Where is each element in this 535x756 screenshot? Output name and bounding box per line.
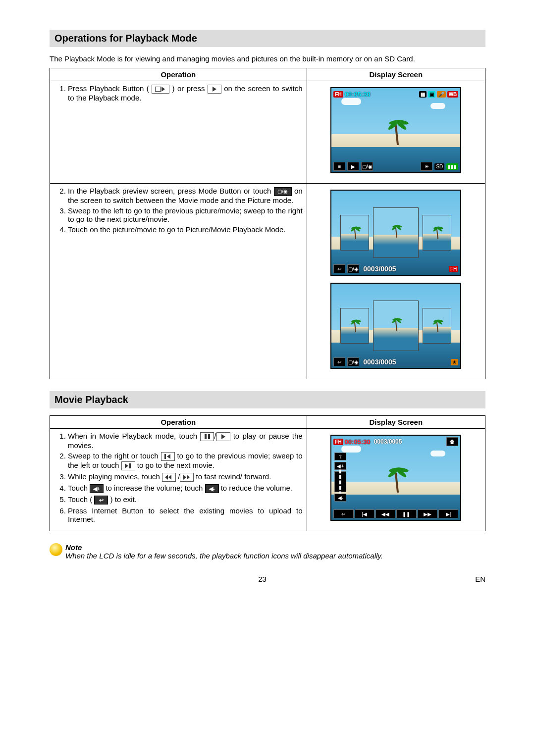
step2-text-a: In the Playback preview screen, press Mo… (68, 187, 271, 195)
delete-icon: 🗑 (446, 437, 458, 446)
volume-up-icon: ◀+ (90, 484, 104, 493)
volume-down-icon: ◀- (205, 484, 219, 493)
op-cell-movie: When in Movie Playback mode, touch / to … (50, 429, 307, 531)
m5-b: ) to exit. (110, 495, 137, 504)
language-label: EN (475, 575, 485, 583)
m3-c: to fast rewind/ forward. (196, 472, 271, 481)
step-3: Sweep to the left to go to the previous … (68, 206, 303, 223)
note-title: Note (65, 543, 485, 552)
step-1: Press Playback Button ( ) or press on th… (68, 84, 303, 102)
ds-cell-row2: ↩ ▢/◉ 0003/0005 FH ↩ ▢/◉ 0003/0005 (307, 184, 485, 379)
fh-badge: FH (333, 439, 343, 445)
note-block: Note When the LCD is idle for a few seco… (50, 543, 485, 560)
pause-icon: ❚❚ (396, 509, 416, 518)
m2-a: Sweep to the right or touch (68, 452, 159, 460)
mstep-6: Press Internet Button to select the exis… (68, 506, 303, 523)
mstep-1: When in Movie Playback mode, touch / to … (68, 432, 303, 450)
fh-badge: FH (333, 91, 343, 98)
timecode: 00:05:30 (345, 91, 371, 98)
next-movie-icon (121, 461, 135, 470)
mode-switch-icon: ▢/◉ (361, 162, 373, 171)
light-icon: ☀ (421, 162, 432, 171)
note-text: When the LCD is idle for a few seconds, … (65, 552, 485, 560)
m1-a: When in Movie Playback mode, touch (68, 432, 197, 440)
mode-switch-touch-icon: ▢/◉ (274, 187, 292, 196)
mstep-4: Touch ◀+ to increase the volume; touch ◀… (68, 484, 303, 493)
mstep-3: While playing movies, touch / to fast re… (68, 472, 303, 482)
mode-switch-icon: ▢/◉ (347, 357, 359, 366)
thumb-current (373, 301, 419, 351)
menu-icon: ≡ (333, 162, 345, 171)
thumb-next (423, 215, 451, 251)
prev-icon: |◀ (355, 509, 374, 518)
prev-movie-icon (161, 452, 175, 461)
col-header-display: Display Screen (307, 68, 485, 81)
rewind-icon: ◀◀ (375, 509, 395, 518)
op-cell-row1: Press Playback Button ( ) or press on th… (50, 81, 307, 184)
ds-cell-row1: FH 00:05:30 ▦ ▣ 🎤 WB ≡ ▶ ▢/◉ ☀ SD ▮▮▮ (307, 81, 485, 184)
fh-badge: FH (449, 266, 458, 272)
section-heading-playback: Operations for Playback Mode (50, 30, 485, 47)
thumb-next (423, 308, 451, 344)
counter: 0003/0005 (363, 265, 396, 273)
forward-icon: ▶▶ (418, 509, 437, 518)
exit-icon: ↩ (94, 496, 108, 504)
m4-c: to reduce the volume. (221, 484, 292, 492)
page-number: 23 (258, 575, 267, 583)
back-icon: ↩ (333, 264, 345, 273)
mic-badge: 🎤 (437, 91, 446, 98)
step-4: Touch on the picture/movie to go to Pict… (68, 225, 303, 234)
screen-record-mode: FH 00:05:30 ▦ ▣ 🎤 WB ≡ ▶ ▢/◉ ☀ SD ▮▮▮ (330, 87, 461, 173)
play-touch-icon (208, 85, 221, 94)
step-2: In the Playback preview screen, press Mo… (68, 187, 303, 204)
col-header-operation: Operation (50, 68, 307, 81)
intro-text: The Playback Mode is for viewing and man… (50, 54, 485, 63)
counter: 0003/0005 (363, 358, 396, 366)
timecode: 00:05:30 (345, 438, 371, 446)
section-heading-movie-playback: Movie Playback (50, 391, 485, 408)
pause-icon (200, 432, 214, 441)
m4-a: Touch (68, 484, 88, 492)
back-icon: ↩ (333, 357, 345, 366)
screen-preview-movie: ↩ ▢/◉ 0003/0005 FH (330, 190, 461, 276)
scene-badge: ▣ (428, 91, 435, 98)
step1-text-b: ) or press (172, 84, 205, 93)
exit-icon: ↩ (333, 509, 353, 518)
playback-button-icon (152, 85, 169, 94)
mode-switch-icon: ▢/◉ (347, 264, 359, 273)
wb-badge: WB (447, 91, 459, 98)
lightbulb-icon (50, 543, 62, 556)
thumb-prev (340, 308, 369, 344)
col-header-display: Display Screen (307, 416, 485, 429)
playback-controls: ↩ |◀ ◀◀ ❚❚ ▶▶ ▶| (333, 509, 458, 518)
table-movie-playback: Operation Display Screen When in Movie P… (50, 415, 485, 531)
table-playback-ops: Operation Display Screen Press Playback … (50, 68, 485, 379)
step1-text-a: Press Playback Button ( (68, 84, 149, 93)
internet-share-icon: ⇪ (334, 453, 346, 460)
op-cell-row2: In the Playback preview screen, press Mo… (50, 184, 307, 379)
counter: 0003/0005 (374, 438, 402, 445)
screen-preview-picture: ↩ ▢/◉ 0003/0005 ★ (330, 283, 461, 369)
next-icon: ▶| (438, 509, 458, 518)
mstep-5: Touch ( ↩ ) to exit. (68, 495, 303, 504)
m5-a: Touch ( (68, 495, 92, 504)
mstep-2: Sweep to the right or touch to go to the… (68, 452, 303, 470)
sd-badge: SD (434, 163, 444, 170)
m3-a: While playing movies, touch (68, 472, 160, 481)
ds-cell-movie: FH 00:05:30 0003/0005 🗑 ⇪ ◀+ ▮▮▮▮▮ ◀- ↩ … (307, 429, 485, 531)
thumb-prev (340, 215, 369, 251)
battery-icon: ▮▮▮ (446, 163, 458, 170)
fast-rewind-icon (162, 473, 176, 482)
play-icon (216, 432, 230, 441)
screen-movie-playback: FH 00:05:30 0003/0005 🗑 ⇪ ◀+ ▮▮▮▮▮ ◀- ↩ … (330, 435, 461, 521)
favorite-icon: ★ (451, 359, 458, 365)
m4-b: to increase the volume; touch (106, 484, 203, 492)
m2-c: to go to the next movie. (137, 461, 214, 469)
playback-touch-icon: ▶ (347, 162, 359, 171)
col-header-operation: Operation (50, 416, 307, 429)
res-badge: ▦ (419, 91, 427, 98)
fast-forward-icon (180, 473, 194, 482)
volume-level-icon: ▮▮▮▮▮ (334, 471, 346, 492)
side-controls: ⇪ ◀+ ▮▮▮▮▮ ◀- (334, 453, 346, 502)
volume-down-icon: ◀- (334, 494, 346, 502)
